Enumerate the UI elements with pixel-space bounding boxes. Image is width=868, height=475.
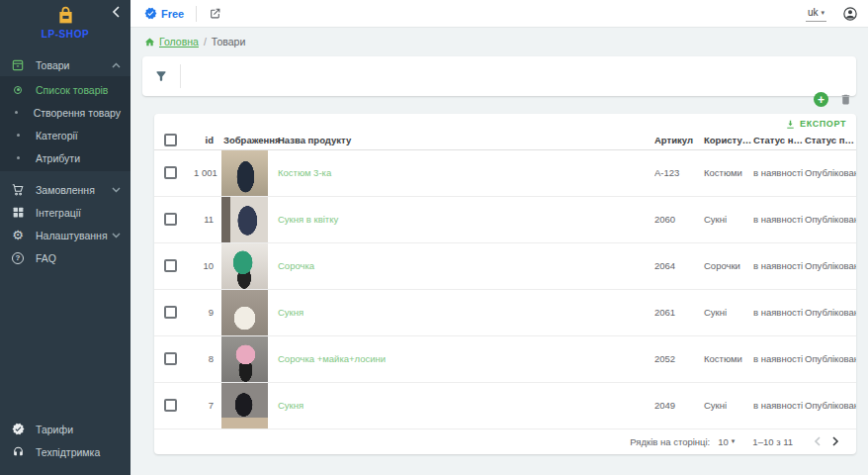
rows-per-page-label: Рядків на сторінці: <box>630 436 710 447</box>
sidebar-item-label: Тарифи <box>36 424 121 435</box>
table-row: 8 Сорочка +майка+лосини 2052 Костюми в н… <box>154 336 856 383</box>
sidebar-item-orders[interactable]: Замовлення <box>0 178 130 201</box>
add-product-button[interactable]: + <box>814 92 828 107</box>
header-image: Зображення <box>221 135 268 145</box>
product-thumbnail <box>221 197 268 242</box>
products-table-card: ЕКСПОРТ id Зображення Назва продукту Арт… <box>154 114 856 454</box>
chevron-down-icon <box>112 233 121 238</box>
header-article: Артикул <box>654 135 704 145</box>
row-checkbox[interactable] <box>164 259 177 272</box>
row-checkbox[interactable] <box>164 399 177 412</box>
header-category: Користувац… <box>704 135 753 145</box>
breadcrumb-home-label: Головна <box>159 36 199 48</box>
sidebar-item-product-list[interactable]: Список товарів <box>0 78 130 101</box>
shop-bag-icon <box>55 5 76 28</box>
row-checkbox[interactable] <box>164 306 177 319</box>
sidebar-item-categories[interactable]: Категорії <box>0 124 130 146</box>
pagination-range: 1–10 з 11 <box>752 436 793 447</box>
divider <box>180 64 181 88</box>
sidebar-item-support[interactable]: Техпідтримка <box>0 440 130 463</box>
row-checkbox[interactable] <box>164 166 177 179</box>
products-submenu: Список товарів Створення товару Категорі… <box>0 76 130 171</box>
verified-badge-icon <box>144 7 157 20</box>
caret-down-icon: ▾ <box>732 437 736 445</box>
table-row: 1 001 Костюм 3-ка A-123 Костюми в наявно… <box>154 150 856 197</box>
product-name-link[interactable]: Сорочка +майка+лосини <box>278 353 386 364</box>
cell-availability: в наявності <box>753 400 805 411</box>
sidebar-collapse-button[interactable] <box>112 6 121 18</box>
header-name: Назва продукту <box>268 135 654 145</box>
divider <box>196 6 197 22</box>
sub-item-label: Список товарів <box>36 84 108 96</box>
filter-funnel-icon[interactable] <box>154 69 168 83</box>
cell-publication: Опубліковано <box>805 214 856 225</box>
product-thumbnail <box>221 336 268 382</box>
radio-selected-icon <box>10 86 26 94</box>
sidebar-item-integrations[interactable]: Інтеграції <box>0 201 130 224</box>
headset-icon <box>10 445 26 458</box>
sidebar-item-product-create[interactable]: Створення товару <box>0 101 130 124</box>
table-row: 11 Сукня в квітку 2060 Сукні в наявності… <box>154 197 856 243</box>
export-button[interactable]: ЕКСПОРТ <box>785 119 846 130</box>
cart-icon <box>10 183 26 197</box>
sidebar-item-products[interactable]: Товари <box>0 53 130 76</box>
product-name-link[interactable]: Сукня <box>278 400 304 411</box>
cell-availability: в наявності <box>753 260 805 271</box>
sidebar: LP-SHOP Товари Список товарів <box>0 0 130 475</box>
sidebar-item-settings[interactable]: ⚙ Налаштування <box>0 224 130 246</box>
cell-id: 1 001 <box>194 167 214 178</box>
plan-badge[interactable]: Free <box>144 7 184 20</box>
row-checkbox[interactable] <box>164 352 177 365</box>
breadcrumb-separator: / <box>204 36 207 48</box>
help-icon: ? <box>10 252 26 264</box>
sidebar-item-attributes[interactable]: Атрибути <box>0 146 130 169</box>
topbar: Free uk ▾ <box>130 0 868 28</box>
sub-item-label: Атрибути <box>36 152 80 164</box>
open-in-new-icon[interactable] <box>209 7 221 20</box>
table-body: 1 001 Костюм 3-ка A-123 Костюми в наявно… <box>154 150 856 429</box>
cell-publication: Опубліковано <box>805 307 856 318</box>
row-checkbox[interactable] <box>164 213 177 226</box>
account-avatar-icon[interactable] <box>842 6 858 22</box>
admin-app: LP-SHOP Товари Список товарів <box>0 0 868 475</box>
header-availability: Статус ная… <box>753 135 805 145</box>
prev-page-button[interactable] <box>809 432 826 450</box>
grid-icon <box>10 206 26 219</box>
cell-article: 2061 <box>654 307 704 318</box>
cell-id: 8 <box>194 353 214 364</box>
cell-id: 10 <box>194 260 214 271</box>
rows-per-page-value: 10 <box>718 436 729 447</box>
product-name-link[interactable]: Сорочка <box>278 260 314 271</box>
product-name-link[interactable]: Сукня <box>278 307 304 318</box>
cell-publication: Опубліковано <box>805 260 856 271</box>
delete-icon[interactable] <box>839 93 852 106</box>
export-label: ЕКСПОРТ <box>800 119 846 129</box>
logo-text: LP-SHOP <box>0 29 130 40</box>
language-value: uk <box>808 7 819 18</box>
sidebar-item-label: Замовлення <box>36 184 112 196</box>
breadcrumb-current: Товари <box>212 36 245 48</box>
product-name-link[interactable]: Сукня в квітку <box>278 214 338 225</box>
select-all-checkbox[interactable] <box>164 134 177 146</box>
cell-category: Сукні <box>704 307 753 318</box>
filter-panel <box>142 56 856 96</box>
sidebar-item-label: Товари <box>36 59 112 71</box>
next-page-button[interactable] <box>826 432 844 450</box>
pagination: Рядків на сторінці: 10 ▾ 1–10 з 11 <box>154 429 856 454</box>
header-id: id <box>194 135 214 145</box>
sidebar-footer: Тарифи Техпідтримка <box>0 418 130 463</box>
breadcrumb-home-link[interactable]: Головна <box>144 36 199 48</box>
cell-category: Сукні <box>704 400 753 411</box>
sidebar-item-faq[interactable]: ? FAQ <box>0 246 130 269</box>
export-row: ЕКСПОРТ <box>154 114 856 131</box>
product-name-link[interactable]: Костюм 3-ка <box>278 167 331 178</box>
cell-article: 2049 <box>654 400 704 411</box>
product-thumbnail <box>221 150 268 196</box>
sidebar-item-tariffs[interactable]: Тарифи <box>0 418 130 440</box>
language-select[interactable]: uk ▾ <box>806 5 826 22</box>
bullet-dot-icon <box>10 156 26 159</box>
rows-per-page-select[interactable]: 10 ▾ <box>718 436 735 447</box>
breadcrumb: Головна / Товари <box>144 36 245 48</box>
cell-category: Сукні <box>704 214 753 225</box>
table-row: 9 Сукня 2061 Сукні в наявності Опубліков… <box>154 290 856 336</box>
